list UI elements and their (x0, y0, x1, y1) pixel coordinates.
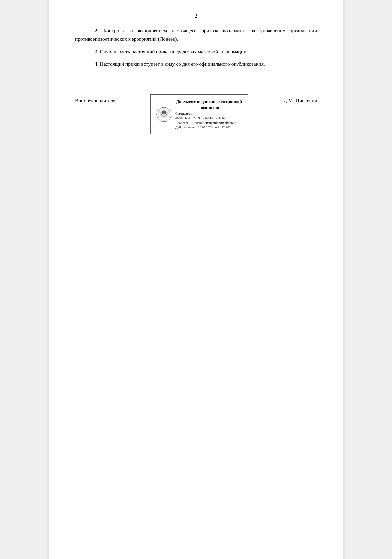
cert-line1: Сертификат d648c5b445b2369bb41e44d01a5b6… (175, 112, 227, 120)
signature-details: Сертификат d648c5b445b2369bb41e44d01a5b6… (175, 111, 243, 130)
signature-section: Вриоруководителя Документ подписан элек (75, 94, 317, 134)
paragraph-3: 3. Опубликовать настоящий приказ в средс… (75, 48, 317, 56)
emblem-icon (156, 106, 172, 123)
signature-role: Вриоруководителя (75, 94, 127, 104)
document-page: 2 2. Контроль за выполнением настоящего … (49, 0, 343, 559)
paragraph-2: 2. Контроль за выполнением настоящего пр… (75, 27, 317, 43)
cert-line3: Действителен с 28.09.2023 по 21.12.2024 (175, 126, 232, 129)
signature-title: Документ подписан электронной подписью (175, 99, 243, 110)
svg-point-2 (163, 113, 165, 114)
digital-signature-block: Документ подписан электронной подписью С… (150, 94, 248, 134)
page-number: 2 (75, 13, 317, 19)
cert-line2: Владелец Шинкевич Дмитрий Михайлович (175, 121, 236, 125)
paragraph-4: 4. Настоящий приказ вступает в силу со д… (75, 60, 317, 68)
signature-text-block: Документ подписан электронной подписью С… (175, 99, 243, 130)
signatory-name: Д.М.Шинкевич (271, 94, 317, 104)
